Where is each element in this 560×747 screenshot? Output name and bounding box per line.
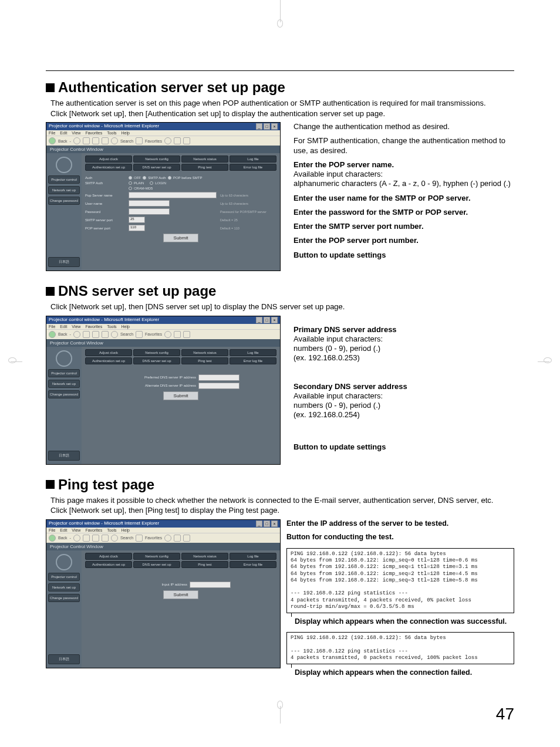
tab-adjust-clock[interactable]: Adjust clock: [85, 553, 132, 560]
tab-network-config[interactable]: Network config: [133, 349, 180, 356]
stop-icon[interactable]: [83, 137, 90, 144]
home-icon[interactable]: [102, 331, 109, 338]
mail-icon[interactable]: [174, 535, 181, 542]
forward-icon[interactable]: [73, 137, 80, 144]
menu-favorites[interactable]: Favorites: [85, 131, 102, 135]
tab-log-file[interactable]: Log file: [230, 553, 276, 560]
tab-network-config[interactable]: Network config: [133, 553, 180, 560]
maximize-icon[interactable]: □: [264, 123, 270, 130]
pref-dns-input[interactable]: [198, 374, 239, 381]
tab-network-config[interactable]: Network config: [133, 156, 180, 163]
tab-auth-setup[interactable]: Authentication set up: [85, 164, 132, 171]
home-icon[interactable]: [102, 137, 109, 144]
smtp-radio-login[interactable]: [150, 181, 153, 185]
favorites-icon[interactable]: [136, 137, 143, 144]
search-icon[interactable]: [111, 535, 118, 542]
search-icon[interactable]: [111, 137, 118, 144]
menu-tools[interactable]: Tools: [107, 528, 116, 532]
refresh-icon[interactable]: [92, 535, 99, 542]
menu-favorites[interactable]: Favorites: [85, 325, 102, 329]
menu-help[interactable]: Help: [122, 131, 130, 135]
username-input[interactable]: [129, 200, 170, 207]
sidebar-network-setup[interactable]: Network set up: [48, 583, 80, 591]
submit-button-ping[interactable]: Submit: [163, 590, 198, 599]
auth-radio-off[interactable]: [129, 176, 132, 180]
menu-favorites[interactable]: Favorites: [85, 528, 102, 532]
menu-edit[interactable]: Edit: [60, 131, 67, 135]
sidebar-change-password[interactable]: Change password: [48, 594, 80, 602]
tab-auth-setup[interactable]: Authentication set up: [85, 561, 132, 568]
auth-radio-smtp[interactable]: [143, 176, 146, 180]
print-icon[interactable]: [183, 331, 190, 338]
pop-server-input[interactable]: [129, 192, 217, 198]
tab-auth-setup[interactable]: Authentication set up: [85, 357, 132, 364]
menu-tools[interactable]: Tools: [107, 131, 116, 135]
tab-log-file[interactable]: Log file: [230, 349, 276, 356]
back-icon[interactable]: [49, 137, 56, 144]
forward-icon[interactable]: [73, 331, 80, 338]
minimize-icon[interactable]: _: [256, 520, 262, 527]
minimize-icon[interactable]: _: [256, 123, 262, 130]
sidebar-japanese[interactable]: 日本語: [48, 654, 80, 664]
menu-edit[interactable]: Edit: [60, 528, 67, 532]
print-icon[interactable]: [183, 535, 190, 542]
history-icon[interactable]: [164, 137, 171, 144]
submit-button-auth[interactable]: Submit: [163, 234, 198, 242]
submit-button-dns[interactable]: Submit: [163, 391, 198, 400]
tab-error-log[interactable]: Error log file: [230, 357, 276, 364]
alt-dns-input[interactable]: [198, 383, 239, 389]
close-icon[interactable]: ×: [271, 317, 278, 323]
smtp-radio-plain[interactable]: [129, 181, 132, 185]
tab-dns-setup[interactable]: DNS server set up: [133, 561, 180, 568]
sidebar-japanese[interactable]: 日本語: [48, 257, 80, 267]
sidebar-japanese[interactable]: 日本語: [48, 451, 80, 461]
favorites-icon[interactable]: [136, 331, 143, 338]
history-icon[interactable]: [164, 331, 171, 338]
tab-network-status[interactable]: Network status: [181, 349, 228, 356]
menu-edit[interactable]: Edit: [60, 325, 67, 329]
favorites-icon[interactable]: [136, 535, 143, 542]
refresh-icon[interactable]: [92, 331, 99, 338]
tab-adjust-clock[interactable]: Adjust clock: [85, 156, 132, 163]
search-icon[interactable]: [111, 331, 118, 338]
menu-file[interactable]: File: [49, 325, 55, 329]
tab-error-log[interactable]: Error log file: [230, 561, 276, 568]
maximize-icon[interactable]: □: [264, 317, 270, 323]
menu-view[interactable]: View: [72, 325, 80, 329]
refresh-icon[interactable]: [92, 137, 99, 144]
tab-dns-setup[interactable]: DNS server set up: [133, 164, 180, 171]
forward-icon[interactable]: [73, 535, 80, 542]
sidebar-projector-control[interactable]: Projector control: [48, 369, 80, 377]
sidebar-change-password[interactable]: Change password: [48, 197, 80, 205]
mail-icon[interactable]: [174, 137, 181, 144]
sidebar-network-setup[interactable]: Network set up: [48, 380, 80, 388]
smtp-radio-cram[interactable]: [129, 187, 132, 190]
menu-help[interactable]: Help: [122, 528, 130, 532]
history-icon[interactable]: [164, 535, 171, 542]
back-icon[interactable]: [49, 535, 56, 542]
tab-log-file[interactable]: Log file: [230, 156, 276, 163]
smtp-port-input[interactable]: 25: [129, 217, 145, 223]
tab-ping-test[interactable]: Ping test: [181, 164, 228, 171]
home-icon[interactable]: [102, 535, 109, 542]
menu-view[interactable]: View: [72, 131, 80, 135]
close-icon[interactable]: ×: [271, 520, 278, 527]
stop-icon[interactable]: [83, 535, 90, 542]
print-icon[interactable]: [183, 137, 190, 144]
stop-icon[interactable]: [83, 331, 90, 338]
sidebar-change-password[interactable]: Change password: [48, 390, 80, 398]
auth-radio-pop[interactable]: [168, 176, 171, 180]
menu-view[interactable]: View: [72, 528, 80, 532]
pop-port-input[interactable]: 110: [129, 225, 145, 231]
close-icon[interactable]: ×: [271, 123, 278, 130]
menu-file[interactable]: File: [49, 131, 55, 135]
input-ip-field[interactable]: [190, 582, 231, 588]
sidebar-projector-control[interactable]: Projector control: [48, 175, 80, 184]
password-input[interactable]: [129, 208, 170, 215]
tab-network-status[interactable]: Network status: [181, 156, 228, 163]
back-icon[interactable]: [49, 331, 56, 338]
tab-ping-test[interactable]: Ping test: [181, 357, 228, 364]
menu-file[interactable]: File: [49, 528, 55, 532]
mail-icon[interactable]: [174, 331, 181, 338]
tab-dns-setup[interactable]: DNS server set up: [133, 357, 180, 364]
